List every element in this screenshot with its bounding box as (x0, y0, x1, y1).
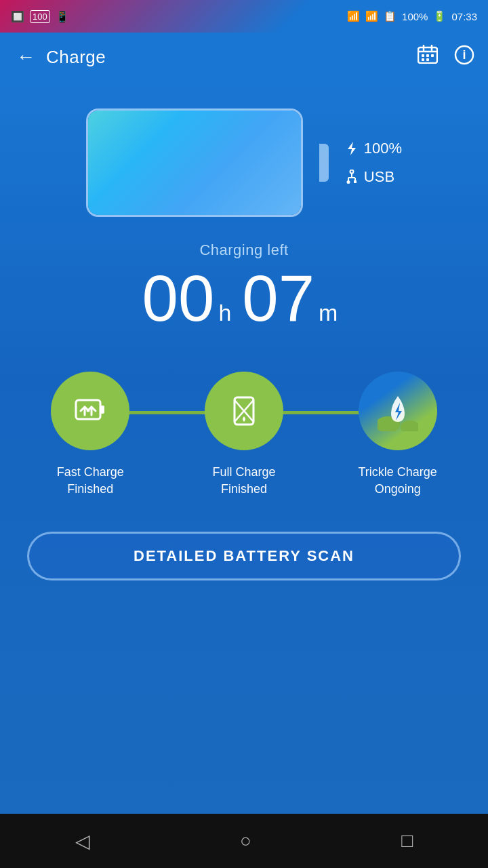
detailed-battery-scan-button[interactable]: DETAILED BATTERY SCAN (27, 532, 461, 580)
recent-nav-button[interactable]: □ (374, 822, 440, 860)
trickle-charge-circle (359, 372, 437, 450)
battery-display: 100% USB (86, 108, 402, 217)
svg-marker-11 (348, 142, 356, 155)
minutes-display: 07 (242, 266, 314, 331)
full-charge-icon (225, 392, 263, 430)
battery-percent-status: 100% (402, 11, 428, 22)
svg-point-25 (401, 420, 418, 431)
header-icons: i (415, 42, 477, 73)
home-nav-button[interactable]: ○ (213, 822, 279, 860)
status-bar-left: 🔲 100 📱 (11, 10, 69, 23)
calendar-icon[interactable] (415, 42, 441, 73)
svg-rect-18 (354, 180, 357, 183)
info-icon[interactable]: i (451, 42, 477, 73)
bottom-nav: ◁ ○ □ (0, 814, 488, 868)
svg-point-12 (350, 170, 353, 174)
battery-usb-display: USB (345, 168, 402, 186)
battery-tip (319, 144, 329, 182)
status-bar: 🔲 100 📱 📶 📶 📋 100% 🔋 07:33 (0, 0, 488, 33)
svg-rect-4 (422, 54, 424, 57)
battery-icon-status: 🔋 (433, 10, 446, 22)
clock: 07:33 (451, 11, 477, 22)
app2-icon: 100 (30, 10, 50, 23)
step-trickle-charge: Trickle Charge Ongoing (321, 372, 474, 498)
svg-rect-5 (426, 54, 429, 57)
fast-charge-circle (51, 372, 129, 450)
minutes-unit: m (319, 300, 338, 326)
svg-text:i: i (462, 48, 466, 62)
trickle-charge-label-line2: Ongoing (375, 481, 421, 498)
signal-icon: 📶 (347, 10, 360, 22)
back-button[interactable]: ← (11, 41, 41, 73)
sim-icon: 📋 (384, 10, 396, 22)
trickle-charge-label-line1: Trickle Charge (358, 464, 436, 481)
trickle-charge-icon (378, 391, 418, 431)
page-title: Charge (46, 47, 415, 68)
svg-rect-7 (422, 58, 424, 61)
header: ← Charge i (0, 33, 488, 81)
charge-steps: Fast Charge Finished Full Charge Finishe… (14, 372, 474, 498)
full-charge-label-line2: Finished (221, 481, 267, 498)
step-full-charge: Full Charge Finished (167, 372, 321, 498)
back-nav-button[interactable]: ◁ (48, 822, 117, 861)
svg-rect-6 (431, 54, 434, 57)
full-charge-circle (205, 372, 283, 450)
charging-left-label: Charging left (199, 241, 288, 259)
main-content: 100% USB Charging left 00 h 07 m (0, 81, 488, 814)
svg-rect-20 (100, 406, 104, 414)
charging-time: 00 h 07 m (142, 266, 346, 331)
full-charge-label-line1: Full Charge (212, 464, 275, 481)
usb-icon (345, 170, 359, 184)
battery-body (86, 108, 303, 217)
fast-charge-icon (71, 392, 109, 430)
svg-rect-8 (426, 58, 429, 61)
hours-unit: h (218, 300, 231, 326)
app1-icon: 🔲 (11, 10, 24, 23)
app3-icon: 📱 (56, 10, 69, 23)
status-bar-right: 📶 📶 📋 100% 🔋 07:33 (347, 10, 477, 22)
wifi-icon: 📶 (365, 10, 378, 22)
battery-info: 100% USB (345, 140, 402, 186)
battery-percent-display: 100% (345, 140, 402, 157)
fast-charge-label-line1: Fast Charge (57, 464, 124, 481)
svg-point-17 (347, 181, 349, 183)
battery-fill (88, 111, 301, 215)
fast-charge-label-line2: Finished (67, 481, 113, 498)
step-fast-charge: Fast Charge Finished (14, 372, 167, 498)
lightning-icon (345, 141, 359, 156)
hours-display: 00 (142, 266, 215, 331)
